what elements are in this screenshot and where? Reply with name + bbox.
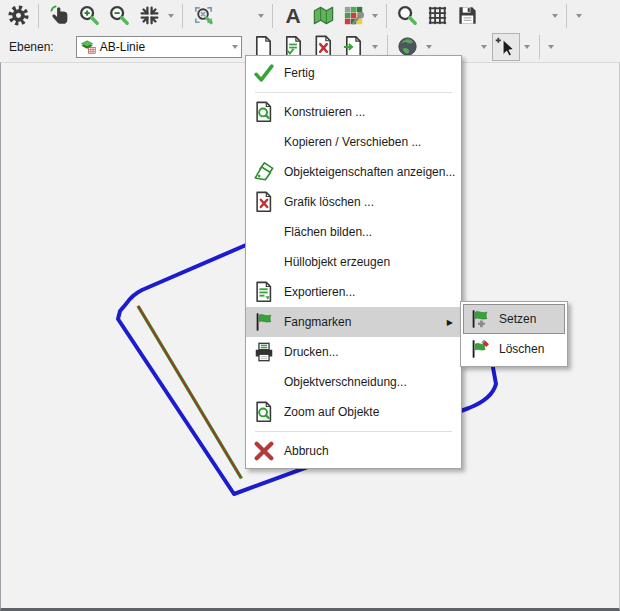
- text-tool-icon: A: [285, 5, 300, 27]
- search-button[interactable]: [393, 2, 421, 30]
- menu-item-label: Setzen: [499, 312, 536, 326]
- toolbar-separator: [539, 35, 540, 59]
- menu-item-grafik-löschen[interactable]: Grafik löschen ...: [246, 187, 461, 217]
- chevron-down-icon: [372, 14, 378, 18]
- chevron-down-icon: [524, 45, 530, 49]
- menu-item-label: Drucken...: [284, 345, 339, 359]
- dropdown-arrow-button[interactable]: [572, 3, 585, 29]
- menu-item-label: Kopieren / Verschieben ...: [284, 135, 421, 149]
- fangmarken-submenu: SetzenLöschen: [460, 301, 568, 367]
- context-menu: FertigKonstruieren ...Kopieren / Verschi…: [245, 55, 462, 469]
- chevron-down-icon: [426, 45, 432, 49]
- menu-item-kopieren-verschieben[interactable]: Kopieren / Verschieben ...: [246, 127, 461, 157]
- submenu-arrow-icon: ▶: [447, 318, 453, 327]
- menu-item-icon-empty: [251, 219, 277, 245]
- menu-item-exportieren[interactable]: Exportieren...: [246, 277, 461, 307]
- flag-icon: [251, 309, 277, 335]
- menu-item-label: Zoom auf Objekte: [284, 405, 379, 419]
- menu-item-icon-empty: [251, 129, 277, 155]
- toolbar-separator: [182, 4, 183, 28]
- menu-item-objekteigenschaften-anzeigen[interactable]: Objekteigenschaften anzeigen...: [246, 157, 461, 187]
- menu-item-zoom-auf-objekte[interactable]: Zoom auf Objekte: [246, 397, 461, 427]
- doc-delete-icon: [253, 191, 275, 213]
- dropdown-arrow-button[interactable]: [478, 34, 491, 60]
- toolbar-separator: [386, 4, 387, 28]
- zoom-in-icon: [78, 4, 101, 27]
- flag-icon: [253, 311, 275, 333]
- cancel-x-icon: [253, 440, 275, 462]
- toolbar-separator: [38, 4, 39, 28]
- menu-item-label: Flächen bilden...: [284, 225, 372, 239]
- flag-erase-icon: [467, 336, 493, 362]
- grid-icon: [426, 4, 449, 27]
- menu-item-konstruieren[interactable]: Konstruieren ...: [246, 97, 461, 127]
- dropdown-arrow-button[interactable]: [545, 34, 558, 60]
- dropdown-arrow-button[interactable]: [521, 34, 534, 60]
- zoom-out-icon: [108, 4, 131, 27]
- menu-item-löschen[interactable]: Löschen: [463, 334, 565, 364]
- menu-item-objektverschneidung[interactable]: Objektverschneidung...: [246, 367, 461, 397]
- zoom-window-button[interactable]: [189, 2, 217, 30]
- layer-combobox-value: AB-Linie: [97, 40, 232, 54]
- zoom-out-button[interactable]: [105, 2, 133, 30]
- menu-item-fertig[interactable]: Fertig: [246, 58, 461, 88]
- zoom-in-button[interactable]: [75, 2, 103, 30]
- pan-hand-button[interactable]: [45, 2, 73, 30]
- legend-button[interactable]: [339, 2, 367, 30]
- settings-gear-button[interactable]: [4, 2, 32, 30]
- doc-search-icon: [253, 401, 275, 423]
- menu-item-label: Grafik löschen ...: [284, 195, 374, 209]
- dropdown-arrow-button[interactable]: [368, 3, 381, 29]
- dropdown-arrow-button[interactable]: [164, 3, 177, 29]
- save-icon: [456, 4, 479, 27]
- menu-separator: [255, 92, 452, 93]
- menu-item-setzen[interactable]: Setzen: [463, 304, 565, 334]
- chevron-down-icon: [548, 45, 554, 49]
- printer-icon: [253, 341, 275, 363]
- toolbar-separator: [566, 4, 567, 28]
- settings-gear-icon: [7, 4, 30, 27]
- check-icon: [253, 62, 275, 84]
- toolbar-separator: [272, 4, 273, 28]
- menu-item-label: Konstruieren ...: [284, 105, 365, 119]
- construction-line-red: [138, 306, 241, 477]
- chevron-down-icon: [552, 14, 558, 18]
- dropdown-arrow-button[interactable]: [254, 3, 267, 29]
- dropdown-arrow-button[interactable]: [548, 3, 561, 29]
- menu-item-label: Fangmarken: [284, 315, 351, 329]
- layer-combobox[interactable]: AB-Linie: [76, 36, 242, 58]
- menu-item-drucken[interactable]: Drucken...: [246, 337, 461, 367]
- flag-add-icon: [467, 306, 493, 332]
- menu-item-label: Löschen: [499, 342, 544, 356]
- text-tool-button[interactable]: A: [279, 2, 307, 30]
- save-button[interactable]: [453, 2, 481, 30]
- menu-item-abbruch[interactable]: Abbruch: [246, 436, 461, 466]
- menu-item-label: Abbruch: [284, 444, 329, 458]
- select-plus-icon: [494, 35, 517, 58]
- doc-search-icon: [251, 99, 277, 125]
- menu-item-fangmarken[interactable]: Fangmarken▶: [246, 307, 461, 337]
- zoom-fit-button[interactable]: [135, 2, 163, 30]
- map-icon: [312, 4, 335, 27]
- tags-icon: [253, 161, 275, 183]
- grid-button[interactable]: [423, 2, 451, 30]
- legend-icon: [342, 4, 365, 27]
- tags-icon: [251, 159, 277, 185]
- doc-search-icon: [253, 101, 275, 123]
- print-button[interactable]: [483, 2, 511, 30]
- printer-icon: [251, 339, 277, 365]
- cancel-x-icon: [251, 438, 277, 464]
- zoom-fit-icon: [138, 4, 161, 27]
- zoom-window-icon: [192, 4, 215, 27]
- select-plus-button[interactable]: [492, 33, 520, 61]
- menu-item-flächen-bilden[interactable]: Flächen bilden...: [246, 217, 461, 247]
- menu-item-hüllobjekt-erzeugen[interactable]: Hüllobjekt erzeugen: [246, 247, 461, 277]
- map-button[interactable]: [309, 2, 337, 30]
- application-window: A Ebenen:AB-Linie FertigKonstruieren ...…: [0, 0, 620, 611]
- doc-search-icon: [251, 399, 277, 425]
- chevron-down-icon: [576, 14, 582, 18]
- chevron-down-icon: [232, 45, 238, 49]
- layers-icon: [80, 38, 97, 55]
- check-icon: [251, 60, 277, 86]
- print-icon: [486, 4, 509, 27]
